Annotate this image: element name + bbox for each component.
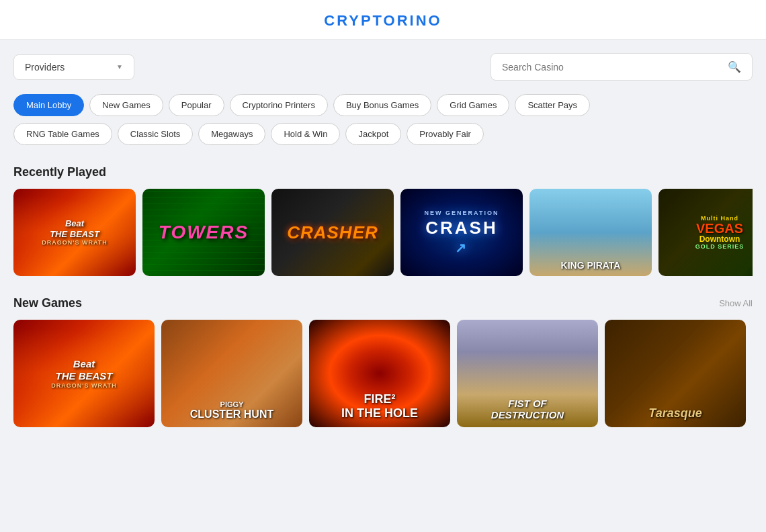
filter-btn-classic-slots[interactable]: Classic Slots [118, 123, 193, 145]
filter-btn-buy-bonus-games[interactable]: Buy Bonus Games [333, 94, 431, 116]
filter-btn-provably-fair[interactable]: Provably Fair [407, 123, 484, 145]
filter-btn-grid-games[interactable]: Grid Games [437, 94, 509, 116]
new-games-games: BeatTHE BEAST DRAGON'S WRATH PIGGY CLUST… [13, 320, 753, 427]
recently-played-title: Recently Played [13, 165, 106, 179]
recently-played-games: BeatTHE BEAST DRAGON'S WRATH TOWERS CRAS… [13, 189, 753, 276]
filter-btn-new-games[interactable]: New Games [89, 94, 163, 116]
filter-section: Main LobbyNew GamesPopularCryptorino Pri… [0, 87, 766, 145]
game-card-beat-beast-2[interactable]: BeatTHE BEAST DRAGON'S WRATH [13, 320, 155, 427]
new-games-title: New Games [13, 296, 82, 310]
game-card-crash[interactable]: NEW GENERATION CRASH ↗ [400, 189, 523, 276]
main-content: Recently Played BeatTHE BEAST DRAGON'S W… [0, 152, 766, 461]
game-card-beat-beast[interactable]: BeatTHE BEAST DRAGON'S WRATH [13, 189, 136, 276]
filter-row-2: RNG Table GamesClassic SlotsMegawaysHold… [13, 123, 753, 145]
search-box[interactable]: 🔍 [491, 53, 753, 81]
filter-row-1: Main LobbyNew GamesPopularCryptorino Pri… [13, 94, 753, 116]
filter-btn-popular[interactable]: Popular [169, 94, 224, 116]
game-card-king-pirate[interactable]: KING PIRATA [529, 189, 652, 276]
header: CRYPTORINO [0, 0, 766, 40]
filter-btn-hold-win[interactable]: Hold & Win [271, 123, 340, 145]
filter-btn-jackpot[interactable]: Jackpot [345, 123, 401, 145]
game-card-piggy-cluster[interactable]: PIGGY CLUSTER HUNT [161, 320, 302, 427]
game-card-vegas-downtown[interactable]: Multi Hand VEGAS Downtown GOLD SERIES [658, 189, 753, 276]
game-card-fire-hole[interactable]: FIRE²IN THE HOLE [309, 320, 450, 427]
search-input[interactable] [502, 62, 722, 73]
logo-text: CRYPTORINO [324, 12, 441, 29]
show-all-button[interactable]: Show All [719, 298, 753, 308]
filter-btn-megaways[interactable]: Megaways [198, 123, 265, 145]
game-card-fist-destruction[interactable]: FIST OFDESTRUCTION [457, 320, 598, 427]
controls-bar: Providers ▼ 🔍 [0, 40, 766, 87]
filter-btn-scatter-pays[interactable]: Scatter Pays [515, 94, 590, 116]
providers-label: Providers [25, 62, 65, 73]
game-card-towers[interactable]: TOWERS [142, 189, 265, 276]
game-card-tarasque[interactable]: Tarasque [605, 320, 746, 427]
new-games-header: New Games Show All [13, 296, 753, 310]
recently-played-header: Recently Played [13, 165, 753, 179]
filter-btn-rng-table-games[interactable]: RNG Table Games [13, 123, 112, 145]
filter-btn-cryptorino-printers[interactable]: Cryptorino Printers [230, 94, 328, 116]
game-card-crasher[interactable]: CRASHER [271, 189, 394, 276]
providers-dropdown[interactable]: Providers ▼ [13, 54, 134, 80]
chevron-down-icon: ▼ [116, 63, 123, 71]
filter-btn-main-lobby[interactable]: Main Lobby [13, 94, 84, 116]
site-logo: CRYPTORINO [0, 12, 766, 30]
search-icon: 🔍 [728, 60, 741, 73]
